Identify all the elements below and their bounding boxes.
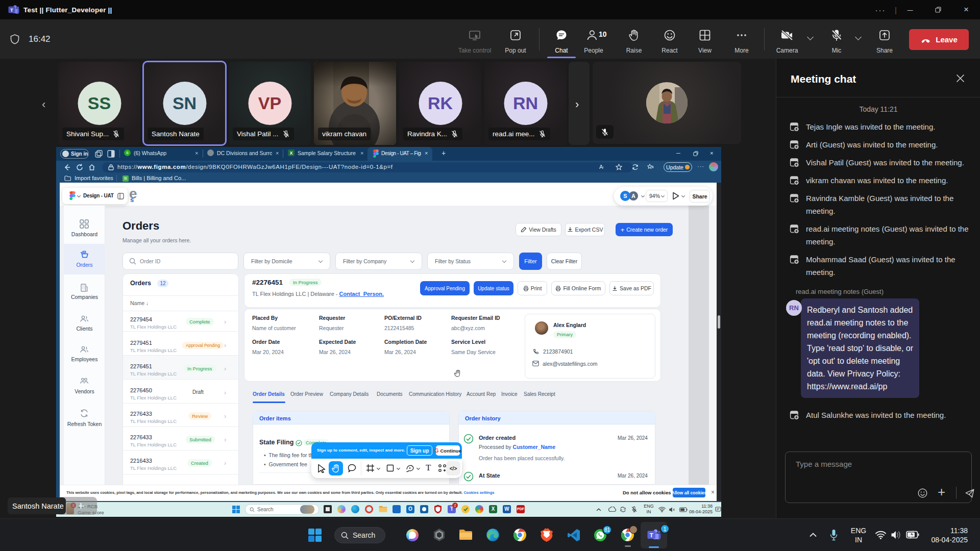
- svg-text:T: T: [10, 7, 13, 13]
- svg-text:T: T: [650, 532, 653, 538]
